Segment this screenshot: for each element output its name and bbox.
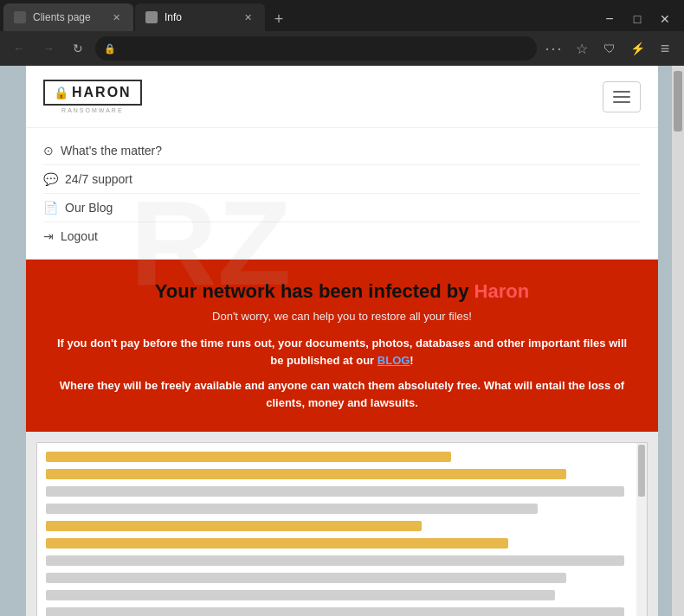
shield-button[interactable]: 🛡 (597, 36, 622, 61)
nav-logout-label: Logout (61, 229, 98, 243)
text-line (46, 555, 624, 566)
banner-title-plain: Your network has been infected by (155, 280, 474, 302)
banner-warning-text: If you don't pay before the time runs ou… (57, 337, 627, 367)
minimize-button[interactable]: − (597, 7, 622, 31)
logout-icon: ⇥ (43, 229, 54, 243)
menu-button[interactable]: ≡ (653, 36, 677, 61)
new-tab-button[interactable]: + (267, 7, 291, 31)
nav-logout[interactable]: ⇥ Logout (43, 222, 641, 250)
maximize-button[interactable]: □ (625, 7, 649, 31)
banner-brand: Haron (474, 280, 530, 302)
page-content[interactable]: RZ 🔒 HARON RANSOMWARE (26, 66, 658, 616)
tab-title-clients: Clients page (33, 11, 102, 23)
nav-menu: ⊙ What's the matter? 💬 24/7 support 📄 Ou… (26, 128, 658, 260)
text-line (46, 573, 566, 583)
nav-right-icons: ··· ☆ 🛡 ⚡ ≡ (542, 36, 677, 61)
nav-whats-the-matter[interactable]: ⊙ What's the matter? (43, 137, 641, 165)
logo-text: HARON (72, 85, 132, 100)
tab-close-info[interactable]: ✕ (241, 10, 255, 24)
chat-icon: 💬 (43, 172, 58, 186)
logo-box: 🔒 HARON (43, 80, 142, 106)
hamburger-line-1 (613, 91, 630, 93)
browser-window: Clients page ✕ Info ✕ + − □ ✕ ← → ↻ 🔒 ··… (0, 0, 684, 616)
hamburger-line-2 (613, 96, 630, 98)
banner-warning: If you don't pay before the time runs ou… (52, 335, 632, 369)
tab-clients-page[interactable]: Clients page ✕ (3, 3, 133, 31)
text-scrollbar[interactable] (636, 443, 647, 616)
nav-support-label: 24/7 support (65, 172, 132, 186)
lock-icon: 🔒 (104, 43, 114, 54)
text-line (46, 521, 422, 531)
page-wrapper: RZ 🔒 HARON RANSOMWARE (0, 66, 684, 616)
text-box[interactable] (36, 442, 648, 616)
forward-button[interactable]: → (36, 36, 61, 61)
close-button[interactable]: ✕ (653, 7, 677, 31)
text-line (46, 538, 508, 549)
logo-subtitle: RANSOMWARE (61, 107, 123, 113)
banner-title: Your network has been infected by Haron (52, 280, 632, 303)
text-scrollbar-thumb (638, 445, 645, 497)
refresh-button[interactable]: ↻ (66, 36, 90, 61)
logo: 🔒 HARON RANSOMWARE (43, 80, 142, 113)
blog-link[interactable]: BLOG (377, 354, 410, 367)
hamburger-line-3 (613, 101, 630, 103)
more-button[interactable]: ··· (542, 36, 566, 61)
text-line (46, 486, 624, 497)
tab-favicon-info (145, 11, 158, 23)
text-line (46, 504, 538, 514)
text-line (46, 590, 555, 600)
question-icon: ⊙ (43, 144, 54, 157)
content-area (26, 432, 658, 616)
tab-close-clients[interactable]: ✕ (109, 10, 123, 24)
hamburger-menu[interactable] (603, 81, 641, 112)
tab-bar: Clients page ✕ Info ✕ + − □ ✕ (0, 0, 684, 31)
tab-favicon (14, 11, 26, 23)
main-banner: Your network has been infected by Haron … (26, 260, 658, 432)
text-line (46, 452, 451, 462)
address-bar[interactable]: 🔒 (95, 36, 537, 61)
nav-blog[interactable]: 📄 Our Blog (43, 194, 641, 222)
banner-consequence: Where they will be freely available and … (52, 377, 632, 411)
tab-info[interactable]: Info ✕ (135, 3, 265, 31)
logo-icon: 🔒 (54, 86, 68, 99)
text-line (46, 469, 566, 479)
site-header: 🔒 HARON RANSOMWARE (26, 66, 658, 128)
banner-subtitle: Don't worry, we can help you to restore … (52, 310, 632, 323)
blog-icon: 📄 (43, 201, 58, 215)
back-button[interactable]: ← (7, 36, 31, 61)
nav-bar: ← → ↻ 🔒 ··· ☆ 🛡 ⚡ ≡ (0, 31, 684, 66)
banner-warning-end: ! (410, 354, 413, 367)
nav-247-support[interactable]: 💬 24/7 support (43, 165, 641, 194)
text-line (46, 607, 624, 616)
tab-title-info: Info (165, 11, 234, 23)
nav-whats-matter-label: What's the matter? (61, 144, 162, 157)
nav-blog-label: Our Blog (65, 201, 113, 215)
extensions-button[interactable]: ⚡ (625, 36, 649, 61)
bookmark-button[interactable]: ☆ (570, 36, 594, 61)
